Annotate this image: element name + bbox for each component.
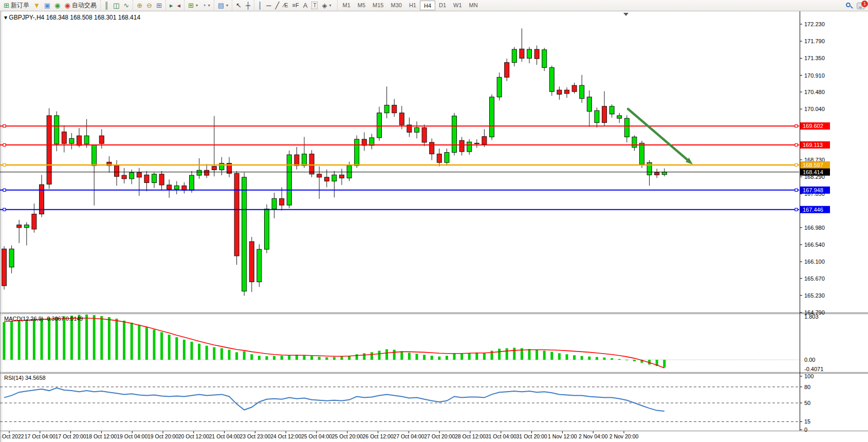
macd-bar	[446, 356, 448, 360]
chart-canvas[interactable]: 172.230171.790171.350170.910170.480170.0…	[0, 11, 868, 442]
signal-icon: ◉	[54, 1, 60, 10]
macd-bar	[18, 320, 21, 360]
candle-down	[437, 154, 441, 163]
horizontal-line-button[interactable]: ─	[264, 1, 273, 10]
macd-bar	[325, 357, 328, 360]
timeframe-d1[interactable]: D1	[435, 1, 450, 10]
period-clock-button[interactable]: ◔	[200, 1, 212, 10]
signal-button[interactable]: ◉	[52, 1, 62, 10]
timeframe-m15[interactable]: M15	[369, 1, 387, 10]
new-order-icon: ⊞	[4, 1, 9, 10]
candle-down	[430, 142, 434, 154]
line-handle[interactable]	[795, 189, 798, 191]
toolbar-group: ▸◂	[165, 0, 184, 11]
timeframe-mn[interactable]: MN	[466, 1, 482, 10]
search-icon[interactable]	[845, 2, 853, 9]
line-handle[interactable]	[795, 163, 798, 166]
timeframe-w1[interactable]: W1	[450, 1, 466, 10]
chat-icon[interactable]: 1	[857, 3, 865, 9]
autotrade-button[interactable]: ◉自动交易	[62, 1, 98, 10]
line-handle[interactable]	[3, 144, 6, 146]
chart-shift-button[interactable]: ◂	[175, 1, 182, 10]
crosshair-button[interactable]: ┼	[244, 1, 252, 10]
bar-chart-button[interactable]: ║	[102, 1, 111, 10]
candle-up	[92, 145, 97, 165]
line-handle[interactable]	[3, 163, 6, 166]
shapes-button[interactable]: ◈	[320, 1, 333, 10]
line-handle[interactable]	[795, 144, 798, 146]
price-tick-label: 170.040	[804, 106, 825, 112]
candle-down	[17, 225, 22, 228]
candle-up	[287, 155, 291, 205]
macd-bar	[453, 353, 456, 360]
candle-up	[355, 139, 359, 165]
timeframe-h4[interactable]: H4	[420, 1, 435, 10]
timeframe-m5[interactable]: M5	[354, 1, 369, 10]
time-axis-label: 19 Oct 20:00	[147, 433, 178, 439]
candle-up	[272, 198, 276, 209]
price-tick-label: 171.790	[804, 38, 825, 44]
toolbar-button-label: 自动交易	[72, 1, 97, 10]
macd-bar	[25, 320, 28, 360]
chart-shift-marker[interactable]	[623, 13, 629, 16]
macd-bar	[633, 360, 636, 361]
macd-bar	[160, 332, 163, 360]
line-handle[interactable]	[3, 125, 6, 127]
toolbar-group: ↖┼	[232, 0, 254, 11]
time-axis-label: 25 Oct 20:00	[332, 433, 363, 439]
toolbar-group: ⊞◔	[184, 0, 214, 11]
macd-bar	[131, 323, 133, 360]
price-tick-label: 172.230	[804, 21, 825, 27]
line-chart-button[interactable]: ∿	[121, 1, 131, 10]
macd-bar	[408, 353, 411, 360]
fibonacci-button[interactable]: ≡F	[290, 1, 301, 10]
vertical-line-button[interactable]: │	[256, 1, 264, 10]
toolbar-group: ▤	[214, 0, 232, 11]
trendline-button[interactable]: ╱	[273, 1, 282, 10]
timeframe-h1[interactable]: H1	[405, 1, 420, 10]
candle-down	[122, 175, 126, 179]
fibonacci-icon: ≡F	[292, 1, 299, 10]
line-handle[interactable]	[3, 208, 6, 211]
candle-up	[549, 67, 554, 91]
candlestick-button[interactable]: ◫	[111, 1, 121, 10]
time-axis-label: 17 Oct 04:00	[25, 433, 56, 439]
timeframe-m1[interactable]: M1	[339, 1, 354, 10]
new-chart-button[interactable]: ⊞	[186, 1, 200, 10]
macd-bar	[558, 353, 561, 360]
zoom-out-button[interactable]: ⊖	[144, 1, 154, 10]
macd-bar	[153, 329, 156, 360]
funnel-button[interactable]: ▼	[31, 1, 42, 10]
zoom-in-button[interactable]: ⊕	[135, 1, 144, 10]
line-handle[interactable]	[3, 189, 6, 191]
text-button[interactable]: A	[301, 1, 310, 10]
line-handle[interactable]	[795, 208, 798, 211]
candle-up	[527, 49, 532, 58]
time-axis-label: 18 Oct 12:00	[86, 433, 117, 439]
auto-scroll-button[interactable]: ▸	[168, 1, 175, 10]
candle-down	[294, 155, 299, 165]
candle-down	[557, 90, 562, 94]
trend-arrow[interactable]	[628, 109, 689, 161]
new-order-button[interactable]: ⊞新订单	[2, 1, 31, 10]
macd-bar	[573, 355, 576, 360]
chart-window-button[interactable]: ▣	[42, 1, 52, 10]
tile-windows-button[interactable]: ⊞	[154, 1, 164, 10]
channel-button[interactable]: ∕E	[281, 1, 290, 10]
cursor-button[interactable]: ↖	[234, 1, 244, 10]
line-handle[interactable]	[795, 125, 798, 127]
macd-bar	[431, 356, 433, 360]
text-label-button[interactable]: T	[309, 1, 320, 10]
text-icon: A	[303, 1, 308, 10]
candle-up	[54, 116, 59, 144]
macd-bar	[258, 356, 261, 360]
candle-up	[617, 116, 622, 118]
candle-up	[24, 225, 29, 228]
indicators-button[interactable]: ▤	[216, 1, 230, 10]
time-axis-label: 24 Oct 12:00	[270, 433, 301, 439]
timeframe-m30[interactable]: M30	[387, 1, 405, 10]
macd-bar	[506, 348, 508, 360]
channel-icon: ∕E	[283, 1, 288, 10]
macd-bar	[550, 352, 553, 360]
candle-up	[377, 113, 382, 138]
